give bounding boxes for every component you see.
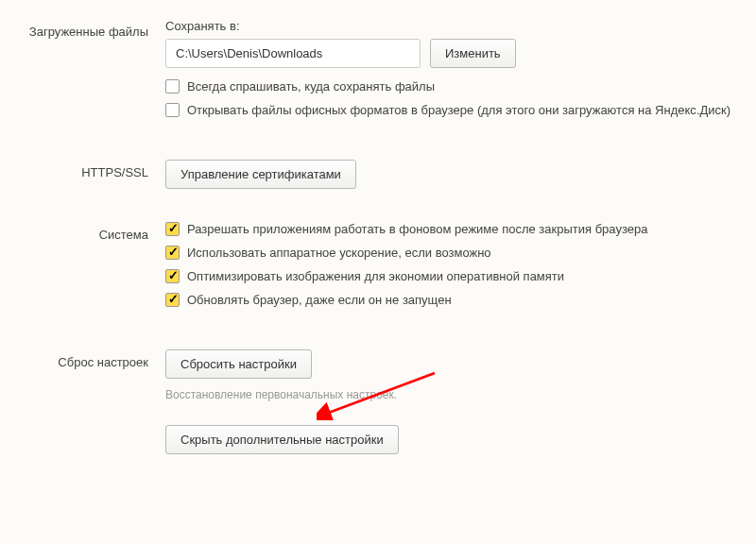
save-to-label: Сохранять в: — [165, 19, 737, 33]
open-office-checkbox[interactable] — [165, 103, 180, 117]
allow-bg-checkbox[interactable] — [165, 222, 180, 236]
downloads-section: Загруженные файлы Сохранять в: Изменить … — [0, 19, 756, 127]
reset-section: Сброс настроек Сбросить настройки Восста… — [0, 349, 756, 401]
update-browser-checkbox[interactable] — [165, 293, 180, 307]
optimize-img-label: Оптимизировать изображения для экономии … — [187, 269, 564, 283]
hw-accel-checkbox[interactable] — [165, 246, 180, 260]
always-ask-label: Всегда спрашивать, куда сохранять файлы — [187, 79, 435, 94]
update-browser-label: Обновлять браузер, даже если он не запущ… — [187, 293, 452, 307]
optimize-img-checkbox[interactable] — [165, 269, 180, 283]
https-section: HTTPS/SSL Управление сертификатами — [0, 160, 756, 189]
allow-bg-label: Разрешать приложениям работать в фоновом… — [187, 222, 647, 236]
reset-settings-button[interactable]: Сбросить настройки — [165, 349, 312, 379]
always-ask-checkbox[interactable] — [165, 79, 180, 94]
open-office-label: Открывать файлы офисных форматов в брауз… — [187, 103, 730, 117]
hw-accel-label: Использовать аппаратное ускорение, если … — [187, 246, 491, 260]
manage-certificates-button[interactable]: Управление сертификатами — [165, 160, 356, 189]
change-button[interactable]: Изменить — [430, 39, 516, 68]
system-label: Система — [0, 222, 165, 316]
hide-advanced-button[interactable]: Скрыть дополнительные настройки — [165, 425, 399, 454]
download-path-input[interactable] — [165, 39, 421, 68]
reset-label: Сброс настроек — [0, 349, 165, 401]
reset-hint: Восстановление первоначальных настроек. — [165, 388, 737, 401]
https-label: HTTPS/SSL — [0, 160, 165, 189]
system-section: Система Разрешать приложениям работать в… — [0, 222, 756, 316]
downloads-label: Загруженные файлы — [0, 19, 165, 127]
